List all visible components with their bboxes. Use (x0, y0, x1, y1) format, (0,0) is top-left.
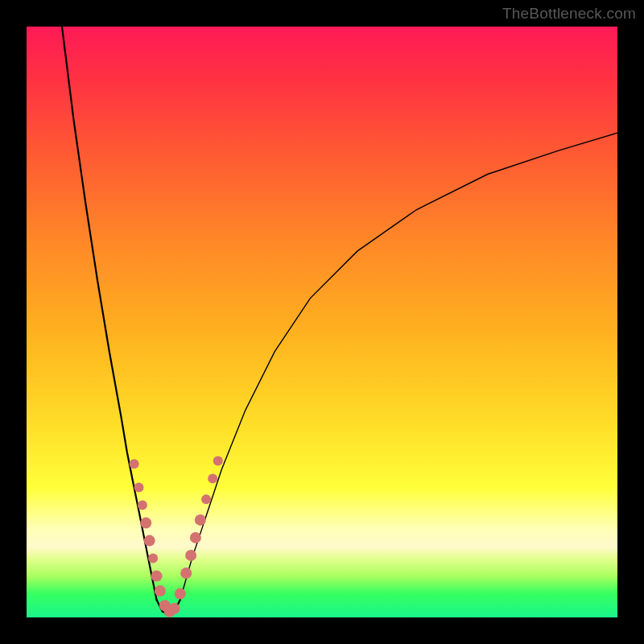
watermark-text: TheBottleneck.com (502, 5, 636, 23)
valley-marker (175, 588, 186, 600)
chart-container: TheBottleneck.com (0, 0, 644, 644)
valley-marker (151, 571, 163, 582)
valley-marker (134, 483, 144, 493)
valley-marker (195, 514, 206, 526)
valley-marker (144, 535, 155, 547)
valley-marker (201, 494, 211, 504)
valley-marker (213, 456, 223, 466)
valley-marker (155, 585, 166, 597)
valley-marker (148, 554, 158, 564)
valley-marker (140, 518, 151, 529)
valley-marker (138, 501, 147, 510)
curve-layer (27, 27, 617, 617)
plot-area (27, 27, 617, 617)
valley-marker (190, 532, 201, 543)
valley-marker (169, 603, 180, 614)
valley-marker (185, 550, 196, 561)
valley-marker (130, 459, 139, 469)
curve-left-branch (62, 27, 157, 600)
valley-marker (180, 568, 192, 579)
curve-right-branch (180, 133, 617, 600)
valley-marker (208, 474, 217, 484)
